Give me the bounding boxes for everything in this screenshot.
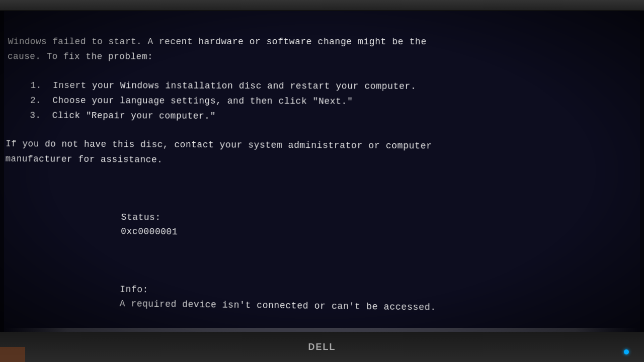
power-indicator <box>624 349 629 354</box>
info-label: Info: <box>120 284 154 295</box>
step-3: 3. Click "Repair your computer." <box>6 109 638 125</box>
status-line: Status: 0xc0000001 <box>53 196 639 258</box>
screen: Windows failed to start. A recent hardwa… <box>0 11 644 332</box>
error-line-2: cause. To fix the problem: <box>8 50 638 65</box>
note-line-1: If you do not have this disc, contact yo… <box>6 138 639 155</box>
monitor-bezel-top <box>0 0 644 11</box>
bottom-bar <box>5 328 639 332</box>
info-text: A required device isn't connected or can… <box>120 298 436 312</box>
status-code: 0xc0000001 <box>121 226 178 237</box>
error-line-1: Windows failed to start. A recent hardwa… <box>8 35 638 50</box>
screen-inner: Windows failed to start. A recent hardwa… <box>0 11 644 332</box>
status-section: Status: 0xc0000001 Info: A required devi… <box>2 196 639 332</box>
error-content: Windows failed to start. A recent hardwa… <box>0 20 644 332</box>
step-2: 2. Choose your language settings, and th… <box>7 94 638 110</box>
status-label: Status: <box>121 212 167 223</box>
monitor: Windows failed to start. A recent hardwa… <box>0 0 644 362</box>
dell-logo: DELL <box>308 342 336 352</box>
step-1: 1. Insert your Windows installation disc… <box>7 79 638 95</box>
info-line: Info: A required device isn't connected … <box>51 267 639 332</box>
table-edge <box>0 347 25 362</box>
monitor-bezel-bottom: DELL <box>0 332 644 362</box>
spacer-1 <box>7 65 638 80</box>
